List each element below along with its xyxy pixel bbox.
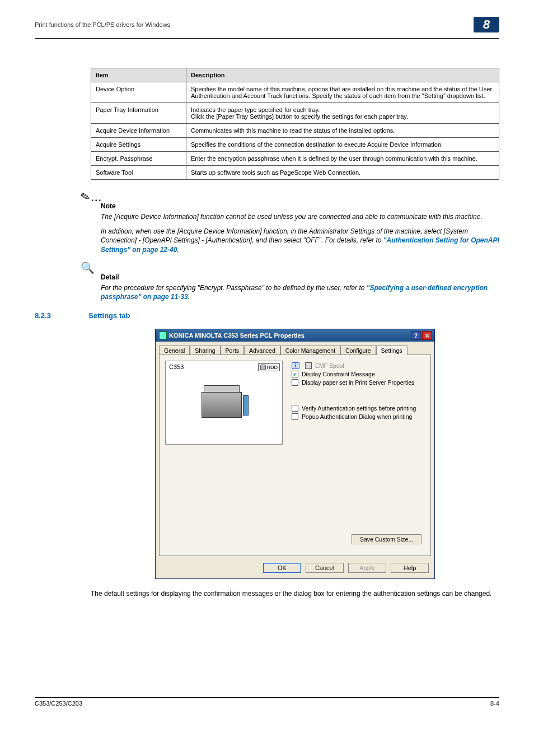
section-heading: 8.2.3Settings tab bbox=[35, 311, 499, 320]
tab-configure[interactable]: Configure bbox=[340, 346, 376, 355]
th-desc: Description bbox=[186, 68, 499, 82]
checkbox-emf-spool bbox=[305, 362, 312, 369]
tab-color-management[interactable]: Color Management bbox=[280, 346, 340, 355]
printer-illustration bbox=[196, 382, 252, 427]
footer-page: 8-4 bbox=[490, 700, 499, 707]
help-button[interactable]: Help bbox=[391, 563, 429, 573]
label-verify-auth: Verify Authentication settings before pr… bbox=[302, 405, 416, 412]
note-label: Note bbox=[101, 202, 499, 210]
tab-sharing[interactable]: Sharing bbox=[190, 346, 220, 355]
hdd-badge: HDD bbox=[258, 363, 280, 371]
label-popup-auth: Popup Authentication Dialog when printin… bbox=[302, 413, 412, 420]
cancel-button[interactable]: Cancel bbox=[306, 563, 344, 573]
detail-paragraph: For the procedure for specifying "Encryp… bbox=[101, 283, 499, 301]
tab-strip: General Sharing Ports Advanced Color Man… bbox=[156, 342, 434, 354]
table-row: Paper Tray InformationIndicates the pape… bbox=[91, 103, 499, 124]
table-row: Acquire Device InformationCommunicates w… bbox=[91, 124, 499, 138]
apply-button: Apply bbox=[348, 563, 386, 573]
item-description-table: Item Description Device OptionSpecifies … bbox=[91, 68, 499, 180]
detail-block: 🔍 Detail For the procedure for specifyin… bbox=[91, 261, 499, 301]
tab-general[interactable]: General bbox=[159, 346, 190, 355]
checkbox-constraint[interactable]: ✔ bbox=[292, 371, 298, 377]
note-paragraph: In addition, when use the [Acquire Devic… bbox=[101, 227, 499, 254]
model-name: C353 bbox=[169, 363, 184, 370]
device-preview: C353 HDD bbox=[165, 361, 283, 445]
close-icon[interactable]: ✕ bbox=[422, 331, 432, 340]
footer-model: C353/C253/C203 bbox=[35, 700, 82, 707]
dots-icon: ... bbox=[91, 193, 102, 203]
checkbox-popup-auth[interactable] bbox=[292, 413, 298, 420]
note-icon: ✎ bbox=[79, 189, 92, 204]
checkbox-paperset[interactable] bbox=[292, 379, 298, 386]
chapter-number: 8 bbox=[474, 17, 499, 32]
detail-label: Detail bbox=[101, 273, 499, 281]
label-emf-spool: EMF Spool bbox=[315, 362, 344, 369]
body-paragraph: The default settings for displaying the … bbox=[91, 589, 499, 598]
label-paperset: Display paper set in Print Server Proper… bbox=[302, 379, 414, 386]
table-row: Software ToolStarts up software tools su… bbox=[91, 166, 499, 180]
dialog-titlebar[interactable]: KONICA MINOLTA C353 Series PCL Propertie… bbox=[156, 329, 434, 342]
tab-panel-settings: C353 HDD i bbox=[159, 354, 431, 556]
checkbox-verify-auth[interactable] bbox=[292, 405, 298, 412]
info-icon[interactable]: i bbox=[292, 362, 299, 369]
table-row: Encrypt. PassphraseEnter the encryption … bbox=[91, 152, 499, 166]
ok-button[interactable]: OK bbox=[263, 563, 301, 573]
tab-ports[interactable]: Ports bbox=[221, 346, 245, 355]
th-item: Item bbox=[91, 68, 186, 82]
note-paragraph: The [Acquire Device Information] functio… bbox=[101, 212, 499, 221]
note-block: ✎... Note The [Acquire Device Informatio… bbox=[91, 190, 499, 254]
table-row: Device OptionSpecifies the model name of… bbox=[91, 82, 499, 103]
save-custom-size-button[interactable]: Save Custom Size... bbox=[352, 534, 421, 544]
table-row: Acquire SettingsSpecifies the conditions… bbox=[91, 138, 499, 152]
tab-settings[interactable]: Settings bbox=[376, 346, 407, 355]
label-constraint: Display Constraint Message bbox=[302, 371, 375, 377]
help-icon[interactable]: ? bbox=[411, 331, 421, 340]
properties-dialog: KONICA MINOLTA C353 Series PCL Propertie… bbox=[155, 329, 435, 579]
dialog-title: KONICA MINOLTA C353 Series PCL Propertie… bbox=[169, 332, 305, 339]
tab-advanced[interactable]: Advanced bbox=[244, 346, 280, 355]
magnifier-icon: 🔍 bbox=[81, 262, 95, 274]
running-header: Print functions of the PCL/PS drivers fo… bbox=[35, 21, 170, 28]
hdd-icon bbox=[260, 365, 266, 370]
app-icon bbox=[159, 332, 167, 339]
